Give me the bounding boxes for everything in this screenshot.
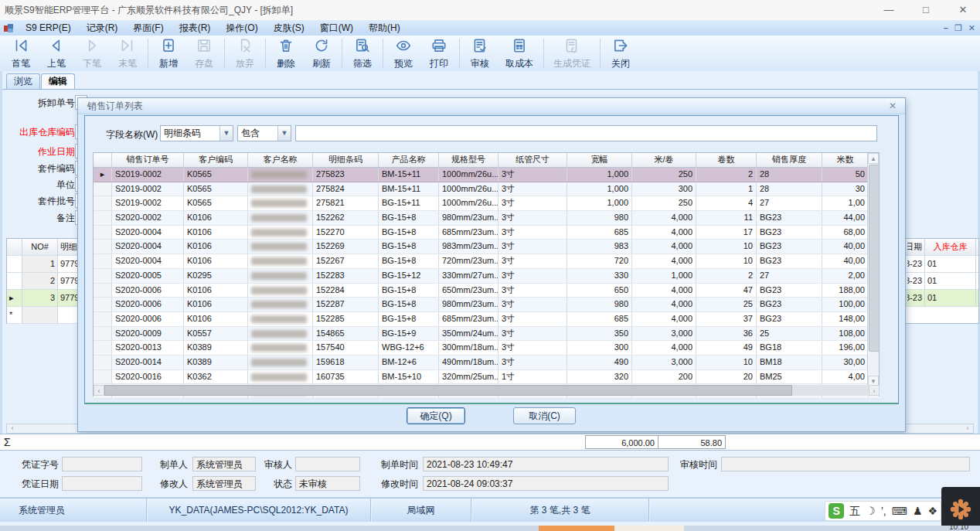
- column-header[interactable]: 规格型号: [439, 153, 499, 167]
- column-header[interactable]: [94, 153, 112, 167]
- menu-item[interactable]: 皮肤(S): [266, 20, 312, 36]
- table-row[interactable]: S2020-0006K0106152284BG-15+8650mm/23um..…: [94, 284, 879, 298]
- toolbar-button-cost[interactable]: 取成本: [498, 36, 541, 71]
- moon-icon[interactable]: ☽: [866, 502, 876, 519]
- column-header[interactable]: 产品名称: [379, 153, 439, 167]
- window-maximize-button[interactable]: □: [909, 2, 943, 19]
- column-header[interactable]: 宽幅: [567, 153, 632, 167]
- detail-grid-left[interactable]: NO#明细197792297792▸397792*: [6, 238, 81, 324]
- menu-item[interactable]: 界面(F): [125, 20, 171, 36]
- table-row[interactable]: S2020-0004K0106152270BG-15+8685mm/23um..…: [94, 226, 879, 240]
- column-header[interactable]: 销售厚度: [757, 153, 822, 167]
- toolbar-button-preview[interactable]: 预览: [386, 36, 421, 71]
- table-row[interactable]: S2020-0009K0557154865BG-15+9350mm/24um..…: [94, 327, 879, 342]
- user-icon[interactable]: ♟: [913, 502, 923, 519]
- window-close-button[interactable]: ✕: [946, 2, 980, 19]
- chevron-down-icon[interactable]: ▼: [219, 126, 233, 141]
- toolbar-button-audit[interactable]: 审核: [462, 36, 498, 71]
- table-row[interactable]: S2020-0006K0106152285BG-15+8685mm/23um..…: [94, 312, 879, 327]
- grid-row[interactable]: 197792: [7, 256, 80, 273]
- column-header[interactable]: 客户名称: [248, 153, 313, 167]
- column-header[interactable]: 日期: [905, 239, 925, 255]
- toolbar-button-delete[interactable]: 删除: [268, 36, 304, 71]
- apostrophe-icon[interactable]: ’,: [881, 502, 886, 519]
- column-header[interactable]: 明细条码: [313, 153, 379, 167]
- toolbar-button-add[interactable]: 新增: [151, 36, 186, 71]
- hscroll-left-icon[interactable]: ‹: [8, 424, 17, 433]
- hscroll-right-icon[interactable]: ›: [963, 424, 972, 433]
- redacted-customer-name: [251, 287, 307, 294]
- table-row[interactable]: S2020-0013K0389157540WBG-12+6300mm/18um.…: [94, 341, 879, 356]
- filter-field-select[interactable]: 明细条码 ▼: [160, 125, 233, 141]
- ok-button[interactable]: 确定(Q): [407, 407, 465, 424]
- menu-item[interactable]: 报表(R): [172, 20, 219, 36]
- toolbar-button-close-doc[interactable]: 关闭: [603, 36, 638, 71]
- table-row[interactable]: ▸S2019-0002K0565275823BM-15+111000mm/26u…: [94, 168, 879, 182]
- table-row[interactable]: S2019-0002K0565275824BM-15+111000mm/26u.…: [94, 182, 879, 197]
- table-row[interactable]: S2020-0014K0389159618BM-12+6490mm/18um..…: [94, 356, 879, 370]
- table-vscrollbar[interactable]: ▲ ▼: [867, 153, 879, 386]
- grid-row[interactable]: 08-2301: [905, 273, 978, 290]
- filter-operator-select[interactable]: 包含 ▼: [237, 125, 291, 141]
- column-header[interactable]: 销售订单号: [112, 153, 184, 167]
- chevron-down-icon[interactable]: ▼: [277, 126, 291, 141]
- dialog-titlebar[interactable]: 销售订单列表 ✕: [78, 98, 905, 114]
- table-row[interactable]: S2019-0002K0565275821BG-15+111000mm/26u.…: [94, 196, 879, 211]
- keyboard-icon[interactable]: ⌨: [892, 502, 907, 519]
- scroll-left-icon[interactable]: ‹: [94, 385, 104, 396]
- tab-edit[interactable]: 编辑: [41, 73, 75, 89]
- toolbar-button-print[interactable]: 打印: [421, 36, 457, 71]
- toolbar-button-filter[interactable]: 筛选: [345, 36, 380, 71]
- toolbar-button-first-record[interactable]: 首笔: [3, 36, 39, 71]
- detail-grid-right[interactable]: 日期入库仓库08-230108-230108-2301: [904, 238, 979, 324]
- grid-row[interactable]: 08-2301: [905, 256, 978, 273]
- column-header[interactable]: 卷数: [696, 153, 757, 167]
- column-header[interactable]: 米数: [822, 153, 869, 167]
- column-header[interactable]: 明细: [58, 239, 78, 255]
- scroll-up-icon[interactable]: ▲: [868, 153, 879, 164]
- last-record-icon: [119, 37, 136, 56]
- toolbox-icon[interactable]: ❖: [927, 502, 937, 519]
- toolbar-button-label: 首笔: [12, 57, 30, 70]
- menu-item[interactable]: 窗口(W): [312, 20, 361, 36]
- sogou-icon[interactable]: S: [829, 503, 844, 519]
- dialog-close-icon[interactable]: ✕: [886, 98, 899, 114]
- menu-item-app[interactable]: S9 ERP(E): [18, 20, 79, 36]
- scroll-right-icon[interactable]: ›: [869, 385, 880, 396]
- menu-item[interactable]: 记录(R): [79, 20, 126, 36]
- menu-item[interactable]: 帮助(H): [361, 20, 408, 36]
- table-row[interactable]: S2020-0016K0362160735BM-15+10320mm/25um.…: [94, 370, 879, 385]
- column-header[interactable]: NO#: [22, 239, 58, 255]
- mdi-close-icon[interactable]: ✕: [968, 23, 975, 33]
- mdi-restore-icon[interactable]: ❐: [954, 23, 962, 33]
- column-header[interactable]: 客户编码: [184, 153, 248, 167]
- toolbar-button-refresh[interactable]: 刷新: [304, 36, 339, 71]
- column-header[interactable]: [7, 239, 22, 255]
- grid-row[interactable]: ▸397792: [7, 290, 80, 307]
- table-row[interactable]: S2020-0004K0106152267BG-15+8720mm/23um..…: [94, 254, 879, 269]
- cancel-button[interactable]: 取消(C): [513, 407, 576, 424]
- table-row[interactable]: S2020-0004K0106152269BG-15+8983mm/23um..…: [94, 240, 879, 254]
- column-header[interactable]: 米/卷: [632, 153, 696, 167]
- grid-row[interactable]: 297792: [7, 273, 80, 290]
- table-hscrollbar[interactable]: ‹ ›: [94, 385, 880, 396]
- wubi-icon[interactable]: 五: [849, 502, 860, 519]
- vscroll-thumb[interactable]: [869, 165, 880, 352]
- screen-tool-overlay[interactable]: [941, 487, 980, 531]
- grid-new-row[interactable]: *: [7, 307, 80, 324]
- taskbar-app-button[interactable]: [539, 526, 614, 531]
- mdi-minimize-icon[interactable]: –: [944, 23, 948, 32]
- table-row[interactable]: S2020-0006K0106152287BG-15+8980mm/23um..…: [94, 298, 879, 312]
- column-header[interactable]: 入库仓库: [925, 239, 976, 255]
- window-titlebar: 顺景S9智能ERP管理平台 - 广东顺景软件科技有限公司_QJY - [拆卸单]…: [0, 0, 980, 21]
- menu-item[interactable]: 操作(O): [218, 20, 265, 36]
- table-row[interactable]: S2020-0002K0106152262BG-15+8980mm/23um..…: [94, 211, 879, 226]
- window-minimize-button[interactable]: —: [872, 2, 906, 19]
- column-header[interactable]: 纸管尺寸: [499, 153, 567, 167]
- hscroll-thumb[interactable]: [104, 385, 792, 396]
- toolbar-button-prev-record[interactable]: 上笔: [39, 36, 74, 71]
- table-row[interactable]: S2020-0005K0295152283BG-15+12330mm/27um.…: [94, 269, 879, 284]
- grid-row[interactable]: 08-2301: [905, 290, 978, 307]
- tab-browse[interactable]: 浏览: [6, 73, 40, 89]
- filter-search-input[interactable]: [295, 125, 877, 141]
